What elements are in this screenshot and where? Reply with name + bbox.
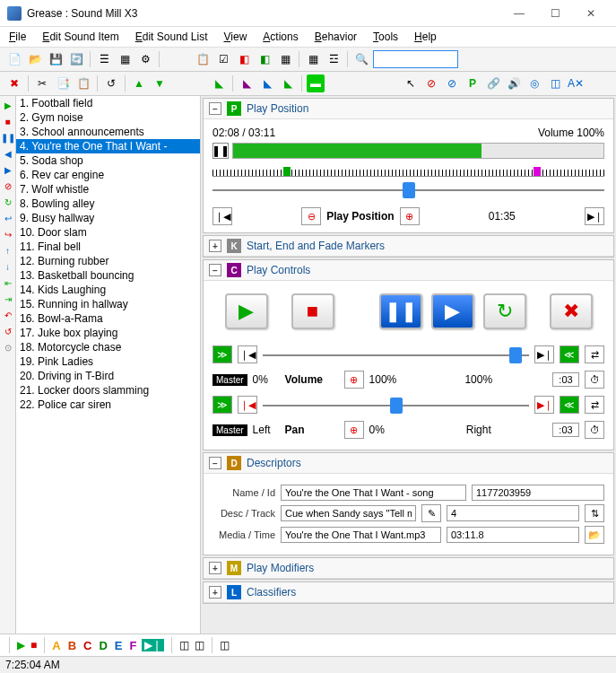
target-icon[interactable]: ◎ — [525, 74, 543, 92]
pan-fwd-button[interactable]: ▶❘ — [534, 396, 554, 414]
forward-end-button[interactable]: ▶❘ — [585, 207, 604, 225]
sb-prev-icon[interactable]: ◀ — [1, 146, 15, 161]
loop-button[interactable]: ↻ — [483, 293, 526, 329]
step-back-button[interactable]: ⊖ — [301, 207, 321, 225]
sb-end-icon[interactable]: ⊙ — [1, 340, 15, 354]
bb-overlap2-icon[interactable]: ◫ — [195, 639, 204, 651]
list-item[interactable]: 12. Burning rubber — [16, 254, 200, 268]
marker-in[interactable] — [283, 167, 291, 176]
refresh-icon[interactable]: 🔄 — [67, 50, 85, 68]
flag1-icon[interactable]: ◣ — [210, 74, 228, 92]
list-item[interactable]: 1. Football field — [16, 96, 200, 110]
checkbox-icon[interactable]: ☑ — [214, 50, 232, 68]
list-item[interactable]: 15. Running in hallway — [16, 297, 200, 311]
list-item[interactable]: 17. Juke box playing — [16, 326, 200, 340]
position-thumb[interactable] — [403, 182, 415, 198]
sb-down-icon[interactable]: ↓ — [1, 259, 15, 274]
list-icon[interactable]: ☰ — [95, 50, 113, 68]
browse-media-button[interactable]: 📂 — [585, 526, 604, 544]
track-input[interactable] — [447, 505, 579, 521]
minimize-button[interactable]: — — [501, 1, 537, 26]
list-item[interactable]: 18. Motorcycle chase — [16, 340, 200, 354]
menu-tools[interactable]: Tools — [373, 31, 398, 43]
search-input[interactable] — [373, 50, 458, 68]
flag2-icon[interactable]: ◣ — [238, 74, 256, 92]
sb-play-icon[interactable]: ▶ — [1, 98, 15, 112]
copy-icon[interactable]: 📑 — [54, 74, 72, 92]
bb-next-icon[interactable]: ▶❘ — [142, 639, 164, 651]
progress-bar[interactable] — [232, 143, 604, 159]
list-item[interactable]: 8. Bowling alley — [16, 197, 200, 211]
list-item[interactable]: 9. Busy hallway — [16, 211, 200, 225]
marker-out[interactable] — [534, 167, 541, 176]
color-letter-c[interactable]: C — [83, 639, 91, 652]
tool-d-icon[interactable]: ▦ — [276, 50, 294, 68]
sb-next2-icon[interactable]: ↪ — [1, 227, 15, 241]
menu-edit-sound-item[interactable]: Edit Sound Item — [42, 31, 118, 43]
tool-c-icon[interactable]: ◧ — [256, 50, 273, 68]
down-icon[interactable]: ▼ — [151, 74, 169, 92]
sound-list[interactable]: 1. Football field2. Gym noise3. School a… — [16, 96, 201, 634]
expand-markers[interactable]: + — [209, 240, 221, 252]
collapse-descriptors[interactable]: − — [209, 457, 221, 469]
edit-desc-button[interactable]: ✎ — [421, 504, 441, 522]
vol-rew-button[interactable]: ❘◀ — [238, 345, 257, 363]
menu-file[interactable]: File — [9, 31, 26, 43]
config-icon[interactable]: ⚙ — [136, 50, 154, 68]
ax-icon[interactable]: A✕ — [567, 74, 585, 92]
save-icon[interactable]: 💾 — [47, 50, 65, 68]
list-item[interactable]: 5. Soda shop — [16, 153, 200, 168]
vol-fastfwd-button[interactable]: ≪ — [560, 345, 579, 363]
menu-help[interactable]: Help — [414, 31, 437, 43]
noentry2-icon[interactable]: ⊘ — [443, 74, 461, 92]
pan-thumb[interactable] — [390, 398, 403, 414]
flag3-icon[interactable]: ◣ — [258, 74, 276, 92]
media-time-input[interactable] — [447, 527, 579, 543]
play-button[interactable]: ▶ — [225, 293, 268, 329]
desc-input[interactable] — [281, 505, 416, 521]
find-icon[interactable]: 🔍 — [352, 50, 370, 68]
list-item[interactable]: 22. Police car siren — [16, 398, 200, 412]
bb-play-icon[interactable]: ▶ — [17, 639, 25, 651]
timeline-ruler[interactable] — [213, 161, 604, 177]
cursor-icon[interactable]: ↖ — [402, 74, 420, 92]
mini-pause-button[interactable]: ❚❚ — [213, 143, 229, 159]
vol-time-input[interactable] — [552, 372, 579, 387]
color-letter-f[interactable]: F — [129, 639, 136, 652]
pan-fastrew-button[interactable]: ≫ — [213, 396, 232, 414]
list-item[interactable]: 16. Bowl-a-Rama — [16, 311, 200, 326]
vol-swap-button[interactable]: ⇄ — [585, 345, 604, 363]
overlap-icon[interactable]: ◫ — [546, 74, 564, 92]
resume-button[interactable]: ▶ — [431, 293, 474, 329]
sb-refresh-icon[interactable]: ↻ — [1, 195, 15, 209]
id-input[interactable] — [472, 485, 604, 501]
paste-icon[interactable]: 📋 — [74, 74, 92, 92]
pan-time-input[interactable] — [552, 423, 579, 437]
list-item[interactable]: 7. Wolf whistle — [16, 182, 200, 197]
cut-icon[interactable]: ✂ — [33, 74, 51, 92]
sb-out-icon[interactable]: ⇥ — [1, 292, 15, 306]
name-input[interactable] — [281, 485, 466, 501]
sb-noentry-icon[interactable]: ⊘ — [1, 179, 15, 193]
pan-fastfwd-button[interactable]: ≪ — [560, 396, 579, 414]
vol-fwd-button[interactable]: ▶❘ — [534, 345, 554, 363]
collapse-play-controls[interactable]: − — [209, 264, 221, 276]
expand-modifiers[interactable]: + — [209, 562, 221, 574]
bb-overlap3-icon[interactable]: ◫ — [220, 639, 230, 651]
tool-a-icon[interactable]: 📋 — [194, 50, 212, 68]
sb-in-icon[interactable]: ⇤ — [1, 275, 15, 290]
sb-loop-icon[interactable]: ↺ — [1, 324, 15, 338]
list-item[interactable]: 2. Gym noise — [16, 110, 200, 125]
list-item[interactable]: 10. Door slam — [16, 225, 200, 240]
sb-rew-icon[interactable]: ↶ — [1, 308, 15, 322]
tool-e-icon[interactable]: ▦ — [304, 50, 322, 68]
menu-view[interactable]: View — [224, 31, 247, 43]
color-letter-d[interactable]: D — [99, 639, 107, 652]
pan-slider[interactable] — [263, 396, 529, 410]
list-item[interactable]: 6. Rev car engine — [16, 168, 200, 182]
vol-fastrew-button[interactable]: ≫ — [213, 345, 232, 363]
props-icon[interactable]: ☲ — [325, 50, 343, 68]
list-item[interactable]: 21. Locker doors slamming — [16, 383, 200, 398]
position-slider[interactable] — [213, 180, 604, 200]
pan-rew-button[interactable]: ❘◀ — [238, 396, 257, 414]
